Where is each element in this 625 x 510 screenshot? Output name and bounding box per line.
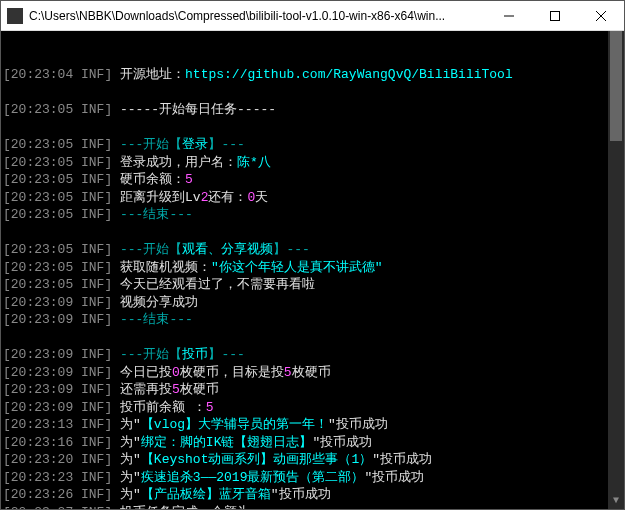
log-segment: 为" (112, 470, 141, 485)
log-segment: 】--- (208, 347, 244, 362)
log-segment: 视频分享成功 (112, 295, 198, 310)
timestamp: [20:23:23 INF] (3, 470, 112, 485)
timestamp: [20:23:20 INF] (3, 452, 112, 467)
timestamp: [20:23:05 INF] (3, 277, 112, 292)
terminal-output[interactable]: [20:23:04 INF] 开源地址：https://github.com/R… (1, 31, 624, 509)
log-segment: 还需再投 (112, 382, 172, 397)
log-line (3, 84, 622, 102)
log-line (3, 224, 622, 242)
timestamp: [20:23:09 INF] (3, 295, 112, 310)
log-segment: 】--- (208, 137, 244, 152)
log-line: [20:23:09 INF] 还需再投5枚硬币 (3, 381, 622, 399)
log-segment: 距离升级到Lv (112, 190, 200, 205)
log-segment: "投币成功 (364, 470, 424, 485)
log-line: [20:23:13 INF] 为"【vlog】大学辅导员的第一年！"投币成功 (3, 416, 622, 434)
log-segment: 5 (172, 382, 180, 397)
timestamp: [20:23:05 INF] (3, 102, 112, 117)
log-segment: 登录成功，用户名： (112, 155, 237, 170)
timestamp: [20:23:04 INF] (3, 67, 112, 82)
log-segment: 5 (185, 172, 193, 187)
log-line: [20:23:05 INF] ---结束--- (3, 206, 622, 224)
log-segment: "投币成功 (328, 417, 388, 432)
log-line: [20:23:27 INF] 投币任务完成，余额为： (3, 504, 622, 510)
log-segment: https://github.com/RayWangQvQ/BiliBiliTo… (185, 67, 513, 82)
log-segment: 绑定：脚的IK链【翅翅日志】 (141, 435, 313, 450)
log-segment: 为" (112, 487, 141, 502)
timestamp: [20:23:05 INF] (3, 207, 112, 222)
log-segment: ---开始【 (112, 137, 182, 152)
log-segment: 枚硬币 (292, 365, 331, 380)
timestamp: [20:23:05 INF] (3, 137, 112, 152)
log-segment: 为" (112, 435, 141, 450)
log-line: [20:23:09 INF] ---结束--- (3, 311, 622, 329)
log-segment: 获取随机视频： (112, 260, 211, 275)
log-segment: 【Keyshot动画系列】动画那些事（1） (141, 452, 372, 467)
log-line: [20:23:04 INF] 开源地址：https://github.com/R… (3, 66, 622, 84)
log-segment: 观看、分享视频 (182, 242, 273, 257)
log-segment: ---结束--- (112, 207, 193, 222)
maximize-button[interactable] (532, 1, 578, 30)
log-segment: 枚硬币，目标是投 (180, 365, 284, 380)
log-segment: 【vlog】大学辅导员的第一年！ (141, 417, 328, 432)
log-line: [20:23:05 INF] 距离升级到Lv2还有：0天 (3, 189, 622, 207)
timestamp: [20:23:05 INF] (3, 260, 112, 275)
log-segment: 开源地址： (112, 67, 185, 82)
timestamp: [20:23:09 INF] (3, 382, 112, 397)
timestamp: [20:23:05 INF] (3, 155, 112, 170)
log-line: [20:23:05 INF] ---开始【登录】--- (3, 136, 622, 154)
log-line: [20:23:05 INF] 硬币余额：5 (3, 171, 622, 189)
log-segment: ---开始【 (112, 242, 182, 257)
close-button[interactable] (578, 1, 624, 30)
log-segment: 】--- (273, 242, 309, 257)
log-segment: 投币 (182, 347, 208, 362)
log-line: [20:23:09 INF] 今日已投0枚硬币，目标是投5枚硬币 (3, 364, 622, 382)
log-segment: 投币前余额 ： (112, 400, 206, 415)
log-line: [20:23:05 INF] 今天已经观看过了，不需要再看啦 (3, 276, 622, 294)
timestamp: [20:23:09 INF] (3, 400, 112, 415)
log-segment: -----开始每日任务----- (112, 102, 276, 117)
log-segment: 【产品板绘】蓝牙音箱 (141, 487, 271, 502)
log-segment: 天 (255, 190, 268, 205)
log-line: [20:23:20 INF] 为"【Keyshot动画系列】动画那些事（1）"投… (3, 451, 622, 469)
log-segment: ---开始【 (112, 347, 182, 362)
scroll-down-arrow[interactable]: ▼ (608, 493, 624, 509)
timestamp: [20:23:27 INF] (3, 505, 112, 510)
timestamp: [20:23:16 INF] (3, 435, 112, 450)
log-line: [20:23:05 INF] 获取随机视频："你这个年轻人是真不讲武德" (3, 259, 622, 277)
log-segment: 疾速追杀3——2019最新预告（第二部） (141, 470, 365, 485)
scroll-thumb[interactable] (610, 31, 622, 141)
log-segment: 今天已经观看过了，不需要再看啦 (112, 277, 315, 292)
timestamp: [20:23:26 INF] (3, 487, 112, 502)
log-line: [20:23:09 INF] ---开始【投币】--- (3, 346, 622, 364)
log-segment: 登录 (182, 137, 208, 152)
log-line: [20:23:23 INF] 为"疾速追杀3——2019最新预告（第二部）"投币… (3, 469, 622, 487)
timestamp: [20:23:05 INF] (3, 190, 112, 205)
titlebar[interactable]: C:\Users\NBBK\Downloads\Compressed\bilib… (1, 1, 624, 31)
log-segment: 枚硬币 (180, 382, 219, 397)
log-segment: 硬币余额： (112, 172, 185, 187)
log-segment: "投币成功 (372, 452, 432, 467)
minimize-button[interactable] (486, 1, 532, 30)
log-segment: "你这个年轻人是真不讲武德" (211, 260, 383, 275)
log-line: [20:23:26 INF] 为"【产品板绘】蓝牙音箱"投币成功 (3, 486, 622, 504)
log-line: [20:23:05 INF] -----开始每日任务----- (3, 101, 622, 119)
log-line: [20:23:16 INF] 为"绑定：脚的IK链【翅翅日志】"投币成功 (3, 434, 622, 452)
log-line (3, 119, 622, 137)
timestamp: [20:23:05 INF] (3, 242, 112, 257)
log-segment: "投币成功 (271, 487, 331, 502)
log-segment: 还有： (208, 190, 247, 205)
log-segment: 今日已投 (112, 365, 172, 380)
log-segment: 0 (172, 365, 180, 380)
log-line: [20:23:05 INF] 登录成功，用户名：陈*八 (3, 154, 622, 172)
log-segment: 为" (112, 417, 141, 432)
app-icon (7, 8, 23, 24)
log-segment: 5 (284, 365, 292, 380)
timestamp: [20:23:13 INF] (3, 417, 112, 432)
timestamp: [20:23:09 INF] (3, 312, 112, 327)
log-segment: 陈*八 (237, 155, 271, 170)
log-segment: 5 (206, 400, 214, 415)
timestamp: [20:23:09 INF] (3, 347, 112, 362)
log-line: [20:23:05 INF] ---开始【观看、分享视频】--- (3, 241, 622, 259)
scrollbar[interactable]: ▲ ▼ (608, 31, 624, 509)
log-line: [20:23:09 INF] 视频分享成功 (3, 294, 622, 312)
